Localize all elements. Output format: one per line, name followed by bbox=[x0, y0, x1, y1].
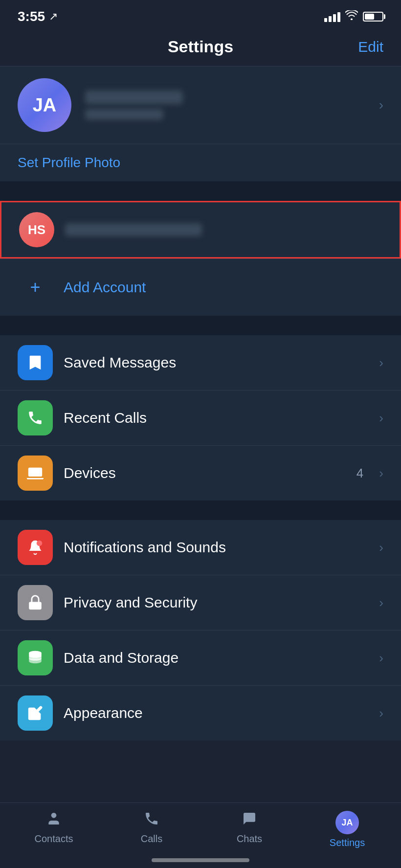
settings-tab-label: Settings bbox=[330, 837, 365, 848]
page-title: Settings bbox=[168, 37, 233, 56]
profile-chevron-icon: › bbox=[379, 97, 383, 113]
devices-chevron-icon: › bbox=[379, 466, 383, 481]
bookmark-icon bbox=[27, 354, 44, 371]
tab-settings[interactable]: JA Settings bbox=[298, 811, 396, 848]
bell-icon bbox=[27, 539, 44, 556]
recent-calls-chevron-icon: › bbox=[379, 411, 383, 426]
notifications-chevron-icon: › bbox=[379, 540, 383, 555]
add-account-item[interactable]: + Add Account bbox=[0, 259, 401, 316]
account-hs-initials: HS bbox=[28, 222, 45, 238]
battery-icon bbox=[363, 12, 383, 22]
menu-item-notifications[interactable]: Notifications and Sounds › bbox=[0, 520, 401, 575]
chats-tab-label: Chats bbox=[237, 833, 262, 845]
data-icon-wrap bbox=[18, 640, 53, 675]
menu-item-privacy[interactable]: Privacy and Security › bbox=[0, 575, 401, 630]
privacy-icon-wrap bbox=[18, 585, 53, 620]
chats-tab-icon bbox=[242, 811, 257, 830]
account-section: HS + Add Account bbox=[0, 201, 401, 316]
devices-icon-wrap bbox=[18, 456, 53, 491]
set-profile-photo-label[interactable]: Set Profile Photo bbox=[18, 155, 120, 170]
menu-item-appearance[interactable]: Appearance › bbox=[0, 685, 401, 740]
saved-messages-chevron-icon: › bbox=[379, 355, 383, 370]
avatar-initials: JA bbox=[33, 95, 57, 116]
data-label: Data and Storage bbox=[64, 650, 368, 666]
pen-icon bbox=[27, 705, 44, 721]
menu-item-devices[interactable]: Devices 4 › bbox=[0, 445, 401, 500]
calls-tab-label: Calls bbox=[141, 833, 162, 845]
profile-phone-blurred bbox=[85, 109, 163, 120]
svg-point-1 bbox=[37, 541, 42, 546]
saved-messages-icon-wrap bbox=[18, 345, 53, 380]
notifications-label: Notifications and Sounds bbox=[64, 539, 368, 556]
add-plus-icon: + bbox=[18, 270, 53, 305]
appearance-icon-wrap bbox=[18, 695, 53, 731]
section-gap-1 bbox=[0, 181, 401, 201]
recent-calls-label: Recent Calls bbox=[64, 410, 368, 426]
nav-header: Settings Edit bbox=[0, 29, 401, 66]
account-hs-name-blurred bbox=[65, 223, 202, 236]
location-icon: ↗ bbox=[49, 10, 58, 23]
appearance-chevron-icon: › bbox=[379, 706, 383, 721]
settings-tab-avatar: JA bbox=[335, 811, 359, 834]
devices-badge: 4 bbox=[356, 466, 363, 481]
contacts-tab-icon bbox=[46, 811, 62, 830]
tab-calls[interactable]: Calls bbox=[103, 811, 200, 848]
home-indicator bbox=[152, 858, 249, 862]
section-gap-2 bbox=[0, 316, 401, 335]
signal-bars-icon bbox=[324, 11, 340, 22]
calls-tab-icon bbox=[144, 811, 159, 830]
svg-rect-2 bbox=[29, 602, 42, 610]
svg-point-4 bbox=[51, 813, 57, 818]
menu-item-data[interactable]: Data and Storage › bbox=[0, 630, 401, 685]
tab-contacts[interactable]: Contacts bbox=[5, 811, 103, 848]
status-time: 3:55 bbox=[18, 9, 45, 24]
lock-icon bbox=[27, 594, 44, 611]
add-account-label[interactable]: Add Account bbox=[64, 279, 146, 296]
devices-label: Devices bbox=[64, 465, 346, 481]
recent-calls-icon-wrap bbox=[18, 400, 53, 435]
laptop-icon bbox=[27, 465, 44, 481]
saved-messages-label: Saved Messages bbox=[64, 354, 368, 371]
status-bar: 3:55 ↗ bbox=[0, 0, 401, 29]
menu-item-recent-calls[interactable]: Recent Calls › bbox=[0, 390, 401, 445]
profile-row[interactable]: JA › bbox=[0, 66, 401, 144]
account-hs-item[interactable]: HS bbox=[0, 201, 401, 259]
menu-section-2: Notifications and Sounds › Privacy and S… bbox=[0, 520, 401, 740]
profile-name-blurred bbox=[85, 90, 183, 104]
tab-chats[interactable]: Chats bbox=[200, 811, 298, 848]
menu-item-saved-messages[interactable]: Saved Messages › bbox=[0, 335, 401, 390]
privacy-chevron-icon: › bbox=[379, 595, 383, 610]
svg-rect-0 bbox=[28, 468, 42, 477]
set-profile-photo-section[interactable]: Set Profile Photo bbox=[0, 144, 401, 181]
phone-icon bbox=[27, 410, 44, 426]
avatar: JA bbox=[18, 78, 71, 132]
profile-info bbox=[85, 90, 365, 120]
privacy-label: Privacy and Security bbox=[64, 594, 368, 611]
menu-section-1: Saved Messages › Recent Calls › Devices … bbox=[0, 335, 401, 500]
account-hs-avatar: HS bbox=[19, 212, 54, 247]
layers-icon bbox=[27, 650, 44, 666]
contacts-tab-label: Contacts bbox=[35, 833, 73, 845]
section-gap-3 bbox=[0, 500, 401, 520]
edit-button[interactable]: Edit bbox=[358, 39, 383, 55]
settings-tab-initials: JA bbox=[341, 818, 353, 828]
appearance-label: Appearance bbox=[64, 705, 368, 721]
notifications-icon-wrap bbox=[18, 530, 53, 565]
status-icons bbox=[324, 10, 383, 23]
data-chevron-icon: › bbox=[379, 651, 383, 666]
wifi-icon bbox=[345, 10, 358, 23]
